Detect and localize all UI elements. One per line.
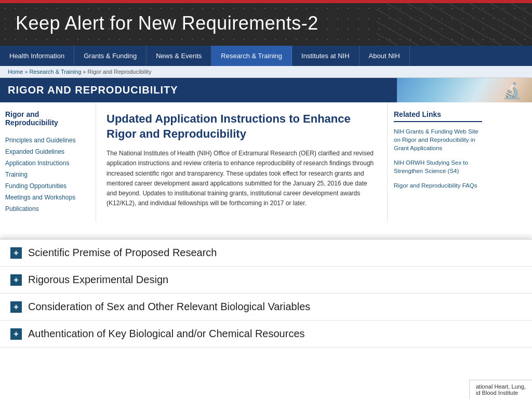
sidebar-link-principles[interactable]: Principles and Guidelines xyxy=(5,135,90,146)
related-link-3[interactable]: Rigor and Reproducibility FAQs xyxy=(394,181,482,190)
related-link-2[interactable]: NIH ORWH Studying Sex to Strengthen Scie… xyxy=(394,158,482,175)
right-sidebar: Related Links NIH Grants & Funding Web S… xyxy=(387,102,488,222)
accordion-text-4: Authentication of Key Biological and/or … xyxy=(28,328,305,340)
accordion-icon-2[interactable]: + xyxy=(10,274,22,286)
related-links-title: Related Links xyxy=(394,110,482,122)
breadcrumb-home[interactable]: Home xyxy=(8,69,23,75)
nav-item-health-information[interactable]: Health Information xyxy=(0,46,74,66)
bottom-badge: ational Heart, Lung, id Blood Institute xyxy=(469,380,532,399)
accordion-icon-1[interactable]: + xyxy=(10,247,22,259)
page-header-title: RIGOR AND REPRODUCIBILITY xyxy=(8,84,178,96)
breadcrumb-sep2: » xyxy=(83,69,87,75)
accordion-item-1: + Scientific Premise of Proposed Researc… xyxy=(0,240,532,267)
page-header: RIGOR AND REPRODUCIBILITY xyxy=(0,78,532,102)
accordion-item-2: + Rigorous Experimental Design xyxy=(0,267,532,294)
sidebar-link-expanded[interactable]: Expanded Guidelines xyxy=(5,146,90,157)
sidebar-link-meetings[interactable]: Meetings and Workshops xyxy=(5,192,90,203)
accordion-text-2: Rigorous Experimental Design xyxy=(28,274,168,286)
badge-line1: ational Heart, Lung, xyxy=(476,383,526,390)
accordion-item-3: + Consideration of Sex and Other Relevan… xyxy=(0,294,532,321)
related-link-1[interactable]: NIH Grants & Funding Web Site on Rigor a… xyxy=(394,127,482,152)
lab-photo xyxy=(397,78,532,102)
article-body: The National Institutes of Health (NIH) … xyxy=(107,149,377,208)
breadcrumb: Home » Research & Training » Rigor and R… xyxy=(0,66,532,78)
breadcrumb-research-training[interactable]: Research & Training xyxy=(30,69,82,75)
nav-item-grants-funding[interactable]: Grants & Funding xyxy=(74,46,147,66)
accordion-icon-4[interactable]: + xyxy=(10,328,22,340)
accordion-icon-3[interactable]: + xyxy=(10,301,22,313)
sidebar-link-training[interactable]: Training xyxy=(5,169,90,180)
nav-item-about-nih[interactable]: About NIH xyxy=(360,46,410,66)
accordion-text-1: Scientific Premise of Proposed Research xyxy=(28,247,217,259)
sidebar-link-publications[interactable]: Publications xyxy=(5,203,90,215)
accordion-text-3: Consideration of Sex and Other Relevant … xyxy=(28,301,310,313)
breadcrumb-current: Rigor and Reproducibility xyxy=(88,69,152,75)
center-content: Updated Application Instructions to Enha… xyxy=(96,102,387,222)
breadcrumb-sep1: » xyxy=(24,69,29,75)
badge-line2: id Blood Institute xyxy=(476,390,526,396)
nav-item-news-events[interactable]: News & Events xyxy=(147,46,211,66)
hero-section: Keep Alert for New Requirements-2 xyxy=(0,3,532,46)
page-wrapper: Keep Alert for New Requirements-2 Health… xyxy=(0,0,532,399)
sidebar-link-application[interactable]: Application Instructions xyxy=(5,157,90,169)
page-header-image xyxy=(397,78,532,102)
article-title: Updated Application Instructions to Enha… xyxy=(107,112,377,141)
accordion-item-4: + Authentication of Key Biological and/o… xyxy=(0,321,532,348)
main-content: Rigor and Reproducibility Principles and… xyxy=(0,102,532,222)
nav-item-institutes-nih[interactable]: Institutes at NIH xyxy=(292,46,359,66)
sidebar-link-funding[interactable]: Funding Opportunities xyxy=(5,180,90,192)
hero-title: Keep Alert for New Requirements-2 xyxy=(16,12,516,34)
accordion-panel: + Scientific Premise of Proposed Researc… xyxy=(0,239,532,399)
sidebar: Rigor and Reproducibility Principles and… xyxy=(0,102,96,222)
nav-bar: Health Information Grants & Funding News… xyxy=(0,46,532,66)
sidebar-title: Rigor and Reproducibility xyxy=(5,110,90,129)
nav-item-research-training[interactable]: Research & Training xyxy=(211,46,292,66)
